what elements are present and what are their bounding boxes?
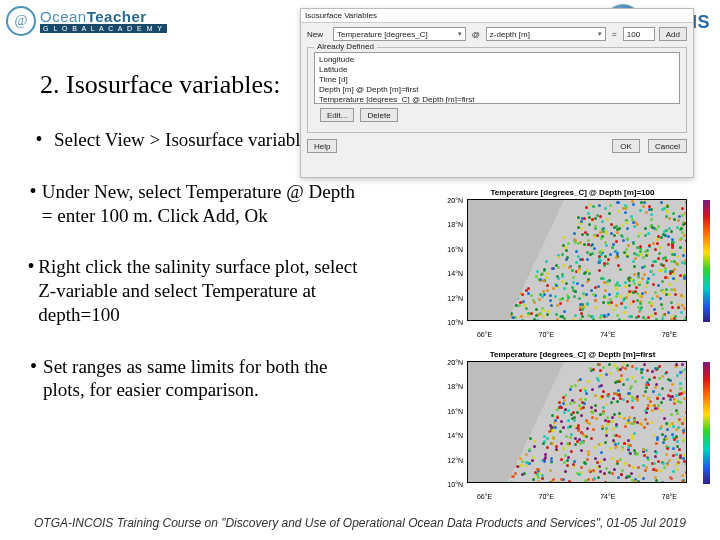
oceanteacher-logo: @ OceanTeacher G L O B A L A C A D E M Y <box>6 6 167 36</box>
isosurface-dialog: Isosurface Variables New Temperature [de… <box>300 8 694 178</box>
axis-select[interactable]: z-depth [m]▾ <box>486 27 606 41</box>
chevron-down-icon: ▾ <box>458 30 462 38</box>
x-axis: 66°E 70°E 74°E 78°E <box>467 328 687 338</box>
colorbar <box>703 362 710 484</box>
defined-group-title: Already Defined <box>314 42 377 51</box>
at-icon: @ <box>6 6 36 36</box>
list-item[interactable]: Longitude <box>319 55 675 65</box>
bullet-mark: • <box>24 180 42 228</box>
slide: @ OceanTeacher G L O B A L A C A D E M Y… <box>0 0 720 540</box>
y-axis: 20°N 18°N 16°N 14°N 12°N 10°N <box>445 362 465 484</box>
plot-surface: Temperature [degrees_C] @ Depth [m]=firs… <box>445 350 700 500</box>
colorbar-ticks: 32 30 28 26 24 <box>712 362 720 484</box>
section-title: 2. Isosurface variables: <box>40 70 280 100</box>
bullet-mark: • <box>24 355 43 403</box>
dialog-title: Isosurface Variables <box>301 9 693 23</box>
bullet-mark: • <box>24 128 54 152</box>
y-axis: 20°N 18°N 16°N 14°N 12°N 10°N <box>445 200 465 322</box>
bullet-text: Right click the salinity surface plot, s… <box>38 255 364 326</box>
logo-subtext: G L O B A L A C A D E M Y <box>40 24 167 33</box>
chevron-down-icon: ▾ <box>598 30 602 38</box>
bullet-mark: • <box>24 255 38 326</box>
plot-depth100: Temperature [degrees_C] @ Depth [m]=100 … <box>445 188 700 338</box>
bullet-text: Under New, select Temperature @ Depth = … <box>42 180 364 228</box>
plot-area <box>467 199 687 321</box>
cancel-button[interactable]: Cancel <box>648 139 687 153</box>
bullet-text: Set ranges as same limits for both the p… <box>43 355 364 403</box>
at-label: @ <box>470 30 482 39</box>
equals-label: = <box>610 30 619 39</box>
colorbar <box>703 200 710 322</box>
footer: OTGA-INCOIS Training Course on "Discover… <box>0 516 720 530</box>
plot-area <box>467 361 687 483</box>
land-mask <box>468 200 686 320</box>
list-item[interactable]: Time [d] <box>319 75 675 85</box>
list-item[interactable]: Temperature [degrees_C] @ Depth [m]=firs… <box>319 95 675 104</box>
bullet-text: Select View > Isosurface variables <box>54 128 316 152</box>
edit-button[interactable]: Edit... <box>320 108 354 122</box>
variable-select[interactable]: Temperature [degrees_C]▾ <box>333 27 466 41</box>
land-mask <box>468 362 686 482</box>
list-item[interactable]: Latitude <box>319 65 675 75</box>
x-axis: 66°E 70°E 74°E 78°E <box>467 490 687 500</box>
list-item[interactable]: Depth [m] @ Depth [m]=first <box>319 85 675 95</box>
logo-text: OceanTeacher <box>40 9 167 24</box>
colorbar-ticks: 32 30 28 26 24 22 <box>712 200 720 322</box>
delete-button[interactable]: Delete <box>360 108 397 122</box>
plot-title: Temperature [degrees_C] @ Depth [m]=firs… <box>445 350 700 359</box>
add-button[interactable]: Add <box>659 27 687 41</box>
help-button[interactable]: Help <box>307 139 337 153</box>
new-label: New <box>307 30 329 39</box>
ok-button[interactable]: OK <box>612 139 640 153</box>
defined-group: Already Defined Longitude Latitude Time … <box>307 47 687 133</box>
plot-title: Temperature [degrees_C] @ Depth [m]=100 <box>445 188 700 197</box>
defined-list[interactable]: Longitude Latitude Time [d] Depth [m] @ … <box>314 52 680 104</box>
value-input[interactable]: 100 <box>623 27 655 41</box>
